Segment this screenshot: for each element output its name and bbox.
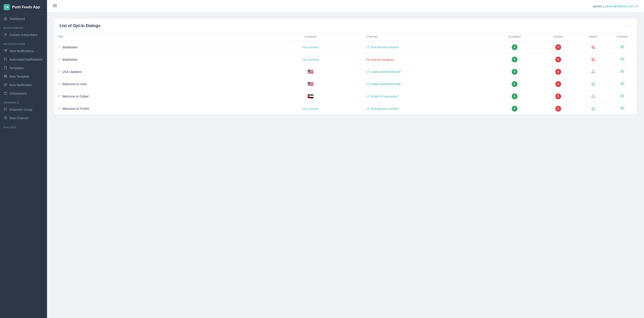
menu-toggle-button[interactable] xyxy=(52,3,57,9)
cell-denied-1: 0 xyxy=(538,53,578,66)
sidebar-label-new-channel: New Channel xyxy=(10,116,28,120)
sidebar-item-conversions[interactable]: Conversions xyxy=(0,89,47,98)
flag-emoji: 🇦🇪 xyxy=(308,93,314,99)
cell-countries-2: 🇺🇸 xyxy=(258,66,363,78)
status-bell-icon[interactable] xyxy=(582,57,604,61)
preview-eye-icon[interactable] xyxy=(620,70,624,74)
cell-channel-3: HdME3aNRKKkfOSWF xyxy=(363,78,491,90)
cell-denied-5: 8 xyxy=(538,103,578,115)
cell-channel-5: 9v0OMmk4Zrn3vMnP xyxy=(363,103,491,115)
app-name: Push Feeds App xyxy=(12,5,40,9)
cell-accepted-4: 4 xyxy=(491,90,538,103)
table-row: Welcome to PUSH!All Countries 9v0OMmk4Zr… xyxy=(54,103,637,115)
cell-title-3: Welcome to USA! xyxy=(54,78,258,90)
sidebar-label-automated-notifications: Automated Notifications xyxy=(10,58,42,61)
channel-link[interactable]: EGMFVsTlHy3ybQnT xyxy=(366,95,488,98)
svg-line-23 xyxy=(592,58,595,61)
accepted-badge: 0 xyxy=(512,57,518,62)
title-text: Welcome to USA! xyxy=(62,82,87,86)
svg-point-36 xyxy=(622,108,623,109)
svg-line-31 xyxy=(59,95,60,97)
status-bell-icon[interactable] xyxy=(582,107,604,111)
svg-line-25 xyxy=(59,71,60,72)
sidebar-item-current-subscribers[interactable]: Current Subscribers xyxy=(0,31,47,39)
denied-badge: 0 xyxy=(555,57,561,62)
all-countries-link[interactable]: All Countries xyxy=(302,107,319,111)
sidebar-item-dashboard[interactable]: Dashboard xyxy=(0,14,47,23)
title-text: dsadsadas xyxy=(62,58,78,61)
all-countries-link[interactable]: All Countries xyxy=(302,46,319,49)
cell-countries-3: 🇺🇸 xyxy=(258,78,363,90)
status-bell-icon[interactable] xyxy=(582,70,604,74)
external-link-icon xyxy=(58,46,60,49)
preview-eye-icon[interactable] xyxy=(620,107,624,111)
channel-link[interactable]: 9v0OMmk4Zrn3vMnP xyxy=(366,46,488,49)
channel-link[interactable]: HdME3aNRKKkfOSWF xyxy=(366,83,488,86)
sidebar-item-sent-notifications[interactable]: Sent Notifications xyxy=(0,47,47,55)
cell-title-0: dasdasdas xyxy=(54,41,258,53)
sidebar-item-channels-group[interactable]: Channels Group xyxy=(0,105,47,114)
svg-line-35 xyxy=(368,108,369,109)
user-email[interactable]: james@hitpixel.com xyxy=(606,4,634,8)
status-bell-icon[interactable] xyxy=(582,82,604,86)
channel-link[interactable]: 9v0OMmk4Zrn3vMnP xyxy=(366,107,488,111)
sidebar-label-dashboard: Dashboard xyxy=(10,17,25,20)
section-label-notifications: Notifications xyxy=(0,39,47,47)
cell-status-1 xyxy=(578,53,608,66)
sidebar-label-sent-notifications: Sent Notifications xyxy=(10,49,34,53)
svg-line-28 xyxy=(59,83,60,84)
sidebar-item-new-channel[interactable]: New Channel xyxy=(0,114,47,122)
flag-emoji: 🇺🇸 xyxy=(308,81,314,87)
new-notification-icon xyxy=(4,83,7,87)
preview-eye-icon[interactable] xyxy=(620,45,624,50)
sidebar-item-new-template[interactable]: New Template xyxy=(0,72,47,81)
no-channel-text: No channel assigned. xyxy=(366,58,394,61)
cell-denied-3: 0 xyxy=(538,78,578,90)
sidebar-label-conversions: Conversions xyxy=(10,92,27,95)
denied-badge: 0 xyxy=(555,81,561,87)
section-label-subscribers: Subscribers xyxy=(0,23,47,31)
cell-accepted-5: 5 xyxy=(491,103,538,115)
svg-point-33 xyxy=(622,95,623,96)
channel-link[interactable]: HdME3aNRKKkfOSWF xyxy=(366,70,488,74)
cell-denied-2: 0 xyxy=(538,66,578,78)
table-row: dasdasdasAll Countries 9v0OMmk4Zrn3vMnP … xyxy=(54,41,637,53)
sent-icon xyxy=(4,49,7,53)
user-menu[interactable]: James ( james@hitpixel.com ) ▾ xyxy=(592,4,639,8)
card-options-icon[interactable]: ··· xyxy=(626,23,632,28)
cell-channel-1: No channel assigned. xyxy=(363,53,491,66)
status-bell-icon[interactable] xyxy=(582,45,604,49)
new-channel-icon xyxy=(4,116,7,120)
svg-rect-4 xyxy=(4,75,6,77)
col-accepted: Accepted xyxy=(491,32,538,41)
preview-eye-icon[interactable] xyxy=(620,57,624,62)
denied-badge: 0 xyxy=(555,69,561,75)
sidebar-item-new-notification[interactable]: New Notification xyxy=(0,81,47,89)
accepted-badge: 4 xyxy=(512,93,518,99)
cell-countries-0: All Countries xyxy=(258,41,363,53)
title-text: dasdasdas xyxy=(62,45,78,49)
col-status: Status xyxy=(578,32,608,41)
sidebar-label-channels-group: Channels Group xyxy=(10,108,32,111)
preview-eye-icon[interactable] xyxy=(620,82,624,87)
svg-line-22 xyxy=(59,58,60,60)
user-paren-open: ( xyxy=(603,4,604,8)
sidebar-item-templates[interactable]: Templates xyxy=(0,64,47,72)
accepted-badge: 5 xyxy=(512,106,518,112)
preview-eye-icon[interactable] xyxy=(620,94,624,99)
svg-line-32 xyxy=(368,96,369,97)
cell-channel-4: EGMFVsTlHy3ybQnT xyxy=(363,90,491,103)
external-link-icon xyxy=(58,70,60,73)
svg-point-30 xyxy=(622,83,623,84)
cell-accepted-3: 0 xyxy=(491,78,538,90)
user-paren-close: ) xyxy=(635,4,636,8)
opt-in-dialogs-table: Title Countries Channel Accepted Denied … xyxy=(54,32,637,115)
cell-status-4 xyxy=(578,90,608,103)
sidebar-item-automated-notifications[interactable]: Automated Notifications xyxy=(0,55,47,64)
status-bell-icon[interactable] xyxy=(582,94,604,98)
accepted-badge: 0 xyxy=(512,81,518,87)
accepted-badge: 0 xyxy=(512,44,518,50)
svg-point-27 xyxy=(622,71,623,72)
channels-group-icon xyxy=(4,108,7,112)
all-countries-link[interactable]: All Countries xyxy=(302,58,319,61)
